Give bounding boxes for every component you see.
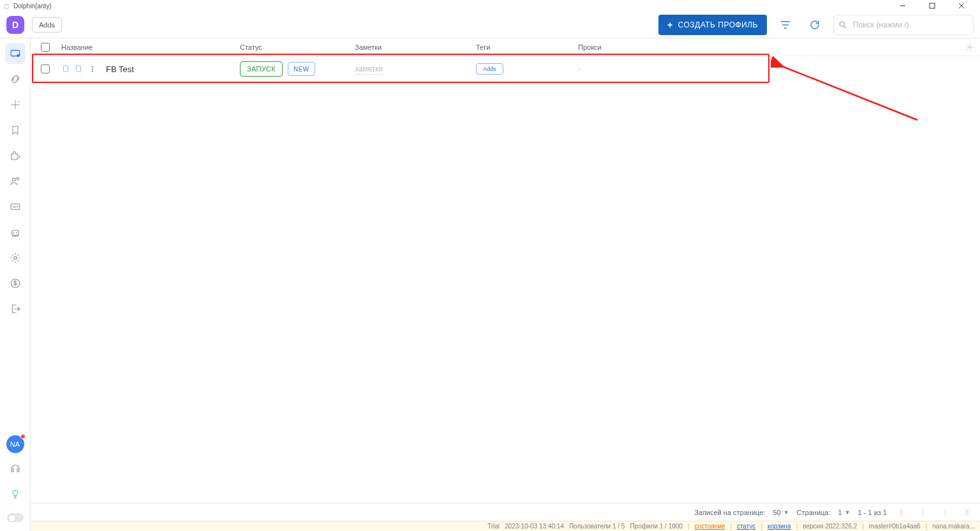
status-build: master#0b1a4aa6 bbox=[869, 523, 921, 530]
sidebar-item-support[interactable] bbox=[5, 458, 26, 479]
sidebar-item-browsers[interactable] bbox=[5, 43, 26, 64]
svg-point-3 bbox=[17, 54, 20, 57]
column-header-name[interactable]: Название bbox=[61, 43, 195, 51]
table-header: Название Статус Заметки Теги Прокси bbox=[31, 38, 980, 56]
svg-point-18 bbox=[92, 71, 93, 72]
row-checkbox[interactable] bbox=[41, 64, 50, 73]
column-header-notes[interactable]: Заметки bbox=[355, 43, 476, 51]
bookmark-icon bbox=[10, 125, 20, 135]
pin-icon[interactable] bbox=[61, 64, 70, 73]
sidebar: API NA bbox=[0, 38, 31, 531]
per-page-select[interactable]: 50 ▼ bbox=[773, 509, 789, 516]
tags-add-button[interactable]: Adds bbox=[476, 63, 503, 75]
sidebar-item-automation[interactable] bbox=[5, 222, 26, 243]
separator: | bbox=[862, 523, 864, 530]
svg-text:API: API bbox=[12, 205, 17, 209]
notes-placeholder[interactable]: заметки bbox=[355, 64, 383, 75]
page-select[interactable]: 1 ▼ bbox=[838, 509, 850, 516]
column-header-proxy[interactable]: Прокси bbox=[578, 43, 960, 51]
adds-button[interactable]: Adds bbox=[32, 17, 62, 33]
launch-button[interactable]: ЗАПУСК bbox=[240, 61, 283, 77]
svg-point-1 bbox=[840, 22, 844, 26]
table-row[interactable]: FB Test ЗАПУСК NEW заметки Adds - bbox=[31, 56, 980, 82]
sidebar-item-api[interactable]: API bbox=[5, 197, 26, 217]
main: Название Статус Заметки Теги Прокси bbox=[31, 38, 980, 531]
titlebar: ◌ Dolphin{anty} bbox=[0, 0, 980, 11]
titlebar-title: Dolphin{anty} bbox=[13, 3, 52, 10]
sidebar-item-tips[interactable] bbox=[5, 484, 26, 504]
titlebar-app-icon: ◌ bbox=[4, 3, 10, 10]
svg-rect-14 bbox=[64, 66, 68, 71]
svg-point-11 bbox=[13, 257, 17, 260]
refresh-icon bbox=[809, 19, 820, 31]
api-icon: API bbox=[10, 201, 21, 213]
page-range: 1 - 1 из 1 bbox=[858, 509, 887, 516]
column-header-status[interactable]: Статус bbox=[240, 43, 355, 51]
create-profile-label: СОЗДАТЬ ПРОФИЛЬ bbox=[678, 20, 758, 29]
headset-icon bbox=[10, 463, 21, 474]
new-badge: NEW bbox=[288, 62, 315, 76]
window-maximize-button[interactable] bbox=[917, 0, 947, 11]
svg-rect-0 bbox=[930, 3, 935, 8]
separator: | bbox=[730, 523, 732, 530]
pager-next-button[interactable]: ⟩ bbox=[938, 505, 952, 520]
sidebar-item-team[interactable] bbox=[5, 171, 26, 191]
svg-rect-15 bbox=[77, 66, 81, 71]
more-vertical-icon bbox=[89, 64, 96, 73]
status-users: Пользователи 1 / 5 bbox=[569, 523, 625, 530]
status-link-korzina[interactable]: корзина bbox=[768, 523, 791, 530]
status-datetime: 2023-10-03 13:40:14 bbox=[505, 523, 564, 530]
sidebar-item-billing[interactable] bbox=[5, 273, 26, 294]
status-link-sostoyanie[interactable]: состояние bbox=[695, 523, 725, 530]
refresh-button[interactable] bbox=[804, 14, 826, 36]
table-body: FB Test ЗАПУСК NEW заметки Adds - bbox=[31, 56, 980, 82]
search-icon bbox=[838, 20, 847, 29]
logout-icon bbox=[10, 303, 21, 315]
theme-toggle[interactable] bbox=[7, 513, 24, 522]
search-input[interactable] bbox=[833, 15, 974, 35]
sparkle-plus-icon bbox=[10, 99, 21, 110]
column-header-tags[interactable]: Теги bbox=[476, 43, 578, 51]
user-avatar[interactable]: NA bbox=[6, 435, 24, 453]
profile-name: FB Test bbox=[106, 64, 134, 74]
svg-point-16 bbox=[92, 66, 93, 68]
users-icon bbox=[10, 176, 21, 187]
per-page-label: Записей на странице: bbox=[694, 509, 765, 516]
svg-point-9 bbox=[13, 232, 14, 234]
pager-first-button[interactable]: |⟨ bbox=[895, 505, 909, 520]
window-close-button[interactable] bbox=[947, 0, 976, 11]
page-label: Страница: bbox=[797, 509, 831, 516]
row-more-button[interactable] bbox=[87, 64, 98, 73]
notification-dot-icon bbox=[20, 434, 26, 439]
sidebar-item-proxy[interactable] bbox=[5, 69, 26, 89]
svg-point-13 bbox=[969, 46, 971, 49]
sidebar-item-settings[interactable] bbox=[5, 248, 26, 268]
robot-icon bbox=[10, 227, 21, 238]
dollar-icon bbox=[10, 278, 21, 289]
create-profile-button[interactable]: + СОЗДАТЬ ПРОФИЛЬ bbox=[658, 15, 767, 35]
sidebar-item-extensions[interactable] bbox=[5, 146, 26, 166]
select-all-checkbox[interactable] bbox=[41, 43, 50, 52]
pager-last-button[interactable]: ⟩| bbox=[960, 505, 974, 520]
puzzle-icon bbox=[10, 150, 21, 161]
per-page-value: 50 bbox=[773, 509, 780, 516]
chevron-down-icon: ▼ bbox=[845, 509, 850, 516]
app-logo-letter: D bbox=[12, 20, 19, 30]
columns-settings-button[interactable] bbox=[960, 43, 980, 52]
statusbar: Trial 2023-10-03 13:40:14 Пользователи 1… bbox=[31, 521, 980, 531]
status-user: nana.makara... bbox=[932, 523, 975, 530]
sidebar-item-bookmarks[interactable] bbox=[5, 120, 26, 140]
pager-prev-button[interactable]: ⟨ bbox=[916, 505, 930, 520]
sidebar-item-logout[interactable] bbox=[5, 299, 26, 319]
status-version: версия 2022.326.2 bbox=[803, 523, 857, 530]
window-minimize-button[interactable] bbox=[888, 0, 917, 11]
proxy-value: - bbox=[578, 64, 581, 73]
sidebar-item-add[interactable] bbox=[5, 94, 26, 115]
separator: | bbox=[761, 523, 762, 530]
svg-point-17 bbox=[92, 68, 93, 70]
gear-icon bbox=[10, 252, 21, 264]
status-link-status[interactable]: статус bbox=[737, 523, 755, 530]
duplicate-icon[interactable] bbox=[74, 64, 83, 73]
topbar: D Adds + СОЗДАТЬ ПРОФИЛЬ bbox=[0, 11, 980, 38]
filter-button[interactable] bbox=[775, 14, 796, 36]
